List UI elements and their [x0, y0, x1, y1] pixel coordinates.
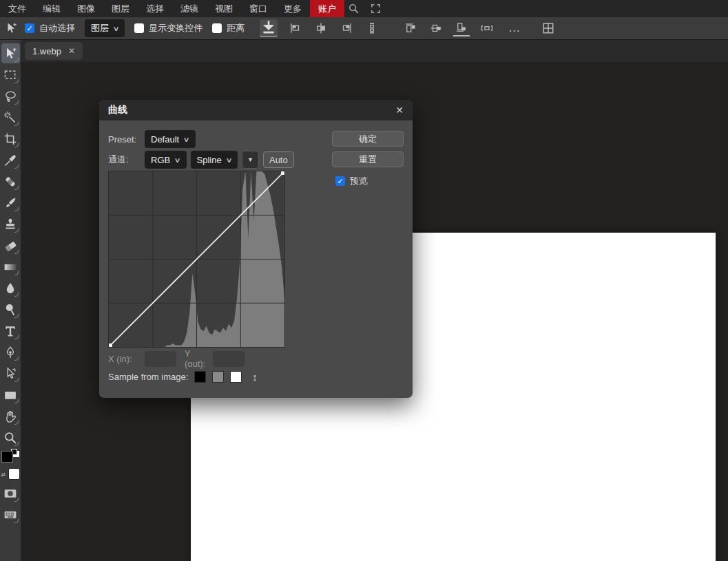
background-color-swatch[interactable] — [8, 468, 20, 480]
clone-stamp-tool[interactable] — [1, 214, 20, 234]
document-tab-label: 1.webp — [32, 46, 61, 56]
blur-tool[interactable] — [1, 278, 20, 298]
y-out-field[interactable] — [213, 351, 245, 367]
preset-value: Default — [151, 134, 179, 145]
x-in-field[interactable] — [145, 351, 176, 367]
close-icon[interactable]: ✕ — [68, 46, 75, 56]
preset-row: Preset: Default ∨ — [108, 130, 196, 148]
document-tab[interactable]: 1.webp ✕ — [25, 42, 83, 60]
chevron-down-icon: ∨ — [174, 156, 181, 164]
zoom-tool[interactable] — [1, 427, 20, 447]
rect-select-tool[interactable] — [1, 65, 20, 85]
histogram-curve-plot[interactable] — [109, 171, 284, 347]
eyedropper-tool[interactable] — [1, 150, 20, 170]
fullscreen-icon[interactable] — [366, 0, 384, 17]
channel-row: 通道: RGB ∨ Spline ∨ ▼ Auto — [108, 151, 294, 169]
type-tool[interactable] — [1, 321, 20, 341]
distribute-horizontal-icon[interactable] — [479, 20, 495, 36]
lasso-tool[interactable] — [1, 86, 20, 106]
dialog-titlebar[interactable]: 曲线 ✕ — [99, 100, 413, 120]
default-colors-icon[interactable] — [13, 451, 19, 457]
color-swatches[interactable]: ⇄ — [1, 451, 20, 480]
curve-options-button[interactable]: ▼ — [242, 151, 259, 169]
chevron-down-icon: ∨ — [183, 136, 190, 143]
place-image-icon[interactable] — [260, 19, 278, 37]
auto-select-label: 自动选择 — [39, 22, 75, 34]
menu-item-account[interactable]: 账户 — [310, 0, 344, 17]
align-middle-icon[interactable] — [428, 20, 444, 36]
pen-tool[interactable] — [1, 342, 20, 362]
align-bottom-icon[interactable] — [453, 20, 470, 36]
search-icon[interactable] — [344, 0, 362, 17]
preview-checkbox[interactable]: ✓ — [335, 176, 345, 186]
chevron-down-icon: ∨ — [225, 156, 232, 164]
channel-value: RGB — [151, 155, 170, 165]
menu-item-select[interactable]: 选择 — [138, 0, 172, 17]
brush-tool[interactable] — [1, 193, 20, 213]
channel-label: 通道: — [108, 154, 145, 166]
reset-button[interactable]: 重置 — [332, 151, 404, 167]
align-right-icon[interactable] — [338, 20, 355, 36]
align-center-icon[interactable] — [313, 20, 329, 36]
auto-select-checkbox[interactable]: ✓ — [25, 23, 34, 33]
sample-white-swatch[interactable] — [230, 371, 242, 383]
quick-mask-tool[interactable] — [1, 483, 20, 503]
menu-item-filter[interactable]: 滤镜 — [172, 0, 207, 17]
dialog-title: 曲线 — [108, 104, 127, 116]
tab-bar: 1.webp ✕ — [21, 40, 728, 62]
interpolation-dropdown[interactable]: Spline ∨ — [191, 151, 238, 169]
preview-label: 预览 — [350, 175, 368, 187]
gradient-tool[interactable] — [1, 257, 20, 277]
dialog-close-icon[interactable]: ✕ — [395, 105, 404, 116]
triangle-down-icon: ▼ — [247, 156, 253, 163]
channel-dropdown[interactable]: RGB ∨ — [145, 151, 187, 169]
menu-items: 文件编辑图像图层选择滤镜视图窗口更多账户 — [0, 0, 344, 17]
auto-button[interactable]: Auto — [263, 151, 294, 168]
menu-item-layer[interactable]: 图层 — [103, 0, 138, 17]
layer-target-value: 图层 — [91, 22, 109, 34]
distance-label: 距离 — [227, 22, 245, 34]
options-bar: ✓ 自动选择 图层 ∨ 显示变换控件 距离 — [0, 17, 728, 40]
eraser-tool[interactable] — [1, 235, 20, 255]
current-tool-move-icon — [3, 20, 19, 36]
shape-tool[interactable] — [1, 385, 20, 405]
magic-wand-tool[interactable] — [1, 107, 20, 127]
preset-dropdown[interactable]: Default ∨ — [145, 130, 196, 148]
hand-tool[interactable] — [1, 406, 20, 426]
menu-item-window[interactable]: 窗口 — [241, 0, 275, 17]
menu-item-file[interactable]: 文件 — [0, 0, 34, 17]
direct-select-tool[interactable] — [1, 363, 20, 383]
chevron-down-icon: ∨ — [113, 25, 120, 32]
crop-tool[interactable] — [1, 129, 20, 149]
menu-item-edit[interactable]: 编辑 — [34, 0, 69, 17]
sample-label: Sample from image: — [108, 372, 188, 382]
show-transform-checkbox[interactable] — [134, 23, 144, 33]
curves-graph[interactable] — [108, 171, 285, 348]
show-transform-label: 显示变换控件 — [149, 22, 202, 34]
align-left-icon[interactable] — [287, 20, 304, 36]
swap-colors-icon[interactable]: ⇄ — [1, 472, 6, 478]
grid-view-icon[interactable] — [540, 20, 557, 36]
align-top-icon[interactable] — [402, 20, 419, 36]
interpolation-value: Spline — [197, 155, 222, 165]
more-options[interactable]: ... — [509, 23, 521, 34]
menu-item-view[interactable]: 视图 — [207, 0, 241, 17]
preview-row: ✓ 预览 — [335, 175, 368, 187]
distance-checkbox[interactable] — [212, 23, 222, 33]
distribute-vertical-icon[interactable] — [364, 20, 380, 36]
menu-item-image[interactable]: 图像 — [69, 0, 103, 17]
photopea-app: { "menu_bar": { "items": [ {"name":"file… — [0, 0, 728, 561]
layer-target-dropdown[interactable]: 图层 ∨ — [85, 19, 125, 37]
menu-item-more[interactable]: 更多 — [275, 0, 310, 17]
dodge-tool[interactable] — [1, 299, 20, 319]
foreground-color-swatch[interactable] — [1, 451, 13, 463]
keyboard-shortcuts-icon[interactable] — [1, 505, 20, 525]
sample-gray-swatch[interactable] — [212, 371, 224, 383]
sample-black-swatch[interactable] — [194, 371, 206, 383]
ok-button[interactable]: 确定 — [332, 131, 404, 147]
move-tool[interactable] — [1, 43, 20, 63]
curves-dialog: 曲线 ✕ Preset: Default ∨ 通道: RGB ∨ Spline … — [99, 100, 413, 398]
y-out-label: Y (out): — [185, 348, 213, 369]
healing-tool[interactable] — [1, 171, 20, 191]
updown-arrow-icon: ↕ — [252, 371, 258, 383]
